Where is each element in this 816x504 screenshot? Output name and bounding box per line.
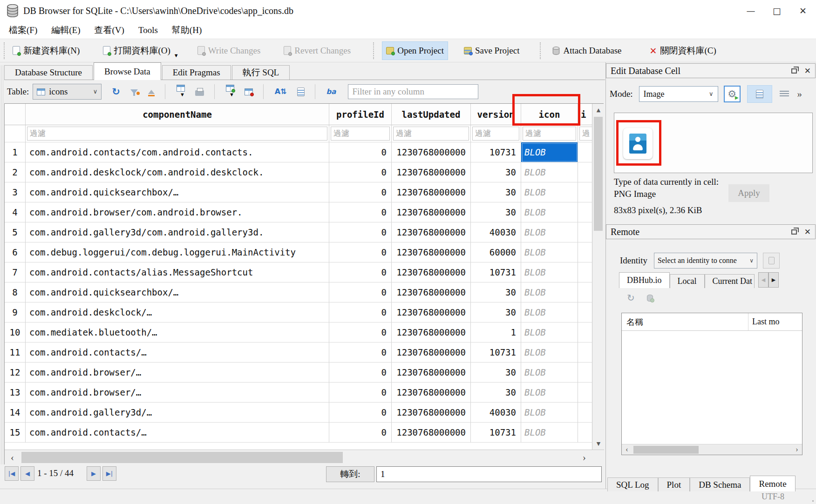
col-header-componentName[interactable]: componentName bbox=[26, 104, 329, 125]
close-panel-icon[interactable]: ✕ bbox=[804, 228, 811, 236]
tab-scroll-right-icon[interactable]: ▶ bbox=[768, 272, 779, 288]
horizontal-scrollbar-thumb[interactable] bbox=[21, 452, 343, 463]
clear-filter-button[interactable] bbox=[148, 90, 155, 94]
remote-scrollbar-thumb[interactable] bbox=[633, 446, 699, 454]
tab-plot[interactable]: Plot bbox=[658, 477, 690, 491]
first-page-button[interactable]: |◀ bbox=[5, 466, 19, 481]
cell-version[interactable]: 30 bbox=[471, 202, 521, 222]
new-database-button[interactable]: 新建資料庫(N) bbox=[9, 41, 83, 60]
cell-version[interactable]: 1 bbox=[471, 323, 521, 343]
attach-database-button[interactable]: Attach Database bbox=[549, 41, 625, 60]
cell-version[interactable]: 30 bbox=[471, 363, 521, 383]
row-number[interactable]: 4 bbox=[5, 202, 26, 222]
cell-componentName[interactable]: com.android.gallery3d/com.android.galler… bbox=[26, 222, 329, 242]
cell-profileId[interactable]: 0 bbox=[329, 423, 392, 443]
tab-scroll-left-icon[interactable]: ◀ bbox=[758, 272, 768, 288]
cell-partial[interactable] bbox=[578, 162, 592, 182]
cell-componentName[interactable]: com.mediatek.bluetooth/… bbox=[26, 323, 329, 343]
apply-button[interactable]: Apply bbox=[728, 184, 769, 202]
cell-partial[interactable] bbox=[578, 282, 592, 302]
cell-componentName[interactable]: com.android.quicksearchbox/… bbox=[26, 282, 329, 302]
cell-profileId[interactable]: 0 bbox=[329, 363, 392, 383]
filter-partial-input[interactable] bbox=[579, 127, 592, 141]
cell-componentName[interactable]: com.android.contacts/… bbox=[26, 423, 329, 443]
revert-changes-button[interactable]: Revert Changes bbox=[280, 41, 354, 60]
cell-lastUpdated[interactable]: 1230768000000 bbox=[392, 282, 471, 302]
cell-profileId[interactable]: 0 bbox=[329, 323, 392, 343]
close-database-button[interactable]: ✕ 關閉資料庫(C) bbox=[646, 41, 720, 60]
save-table-button[interactable]: ▼ bbox=[177, 85, 185, 99]
cell-partial[interactable] bbox=[578, 262, 592, 282]
menu-tools[interactable]: Tools bbox=[131, 21, 165, 39]
scroll-left-icon[interactable]: ‹ bbox=[622, 444, 632, 455]
word-wrap-icon[interactable] bbox=[780, 91, 789, 98]
table-select[interactable]: icons ∨ bbox=[33, 84, 102, 100]
row-number[interactable]: 13 bbox=[5, 383, 26, 403]
maximize-button[interactable]: □ bbox=[764, 1, 790, 20]
scroll-right-icon[interactable]: › bbox=[792, 444, 802, 455]
remote-horizontal-scrollbar[interactable]: ‹ › bbox=[622, 444, 802, 455]
tab-current-database[interactable]: Current Dat bbox=[705, 274, 755, 288]
text-view-button[interactable] bbox=[747, 85, 772, 103]
cell-componentName[interactable]: com.android.browser/… bbox=[26, 383, 329, 403]
cell-lastUpdated[interactable]: 1230768000000 bbox=[392, 242, 471, 262]
cell-icon[interactable]: BLOB bbox=[521, 222, 578, 242]
cell-version[interactable]: 10731 bbox=[471, 262, 521, 282]
cell-partial[interactable] bbox=[578, 202, 592, 222]
cell-icon[interactable]: BLOB bbox=[521, 162, 578, 182]
cell-componentName[interactable]: com.debug.loggerui/com.debug.loggerui.Ma… bbox=[26, 242, 329, 262]
cell-partial[interactable] bbox=[578, 182, 592, 202]
col-header-lastUpdated[interactable]: lastUpdated bbox=[392, 104, 471, 125]
tab-db-schema[interactable]: DB Schema bbox=[690, 477, 750, 491]
cell-version[interactable]: 40030 bbox=[471, 222, 521, 242]
open-database-button[interactable]: 打開資料庫(O) ▼ bbox=[99, 41, 182, 60]
cell-partial[interactable] bbox=[578, 383, 592, 403]
vertical-scrollbar-thumb[interactable] bbox=[594, 117, 603, 231]
cell-icon[interactable]: BLOB bbox=[521, 142, 578, 162]
tab-browse-data[interactable]: Browse Data bbox=[94, 62, 161, 80]
tab-database-structure[interactable]: Database Structure bbox=[4, 65, 93, 80]
row-number[interactable]: 14 bbox=[5, 403, 26, 423]
write-changes-button[interactable]: Write Changes bbox=[194, 41, 265, 60]
filter-any-column-input[interactable] bbox=[348, 84, 478, 99]
cell-lastUpdated[interactable]: 1230768000000 bbox=[392, 142, 471, 162]
float-panel-icon[interactable] bbox=[791, 68, 797, 74]
cell-componentName[interactable]: com.android.quicksearchbox/… bbox=[26, 182, 329, 202]
cell-partial[interactable] bbox=[578, 142, 592, 162]
cell-componentName[interactable]: com.android.deskclock/… bbox=[26, 302, 329, 323]
cell-version[interactable]: 40030 bbox=[471, 403, 521, 423]
cell-version[interactable]: 30 bbox=[471, 383, 521, 403]
cell-profileId[interactable]: 0 bbox=[329, 262, 392, 282]
close-panel-icon[interactable]: ✕ bbox=[804, 67, 811, 75]
cell-version[interactable]: 30 bbox=[471, 302, 521, 323]
tab-execute-sql[interactable]: 執行 SQL bbox=[232, 65, 290, 80]
clone-database-icon[interactable] bbox=[647, 295, 653, 302]
open-project-button[interactable]: Open Project bbox=[382, 41, 448, 60]
tab-edit-pragmas[interactable]: Edit Pragmas bbox=[162, 65, 231, 80]
cell-componentName[interactable]: com.android.deskclock/com.android.deskcl… bbox=[26, 162, 329, 182]
identity-import-button[interactable] bbox=[763, 253, 780, 269]
cell-partial[interactable] bbox=[578, 423, 592, 443]
scroll-right-icon[interactable]: › bbox=[577, 450, 592, 465]
delete-record-button[interactable] bbox=[245, 88, 253, 95]
cell-profileId[interactable]: 0 bbox=[329, 403, 392, 423]
cell-version[interactable]: 30 bbox=[471, 162, 521, 182]
mode-select[interactable]: Image ∨ bbox=[639, 86, 718, 102]
cell-icon[interactable]: BLOB bbox=[521, 323, 578, 343]
filter-icon-input[interactable] bbox=[523, 127, 576, 141]
close-button[interactable]: ✕ bbox=[790, 1, 816, 20]
cell-partial[interactable] bbox=[578, 242, 592, 262]
font-size-button[interactable]: A⇅ bbox=[275, 88, 287, 95]
menu-file[interactable]: 檔案(F) bbox=[2, 21, 44, 39]
open-database-dropdown-arrow[interactable]: ▼ bbox=[174, 53, 179, 58]
row-number[interactable]: 7 bbox=[5, 262, 26, 282]
refresh-icon[interactable]: ↻ bbox=[627, 293, 635, 302]
row-number[interactable]: 10 bbox=[5, 323, 26, 343]
tab-local[interactable]: Local bbox=[670, 274, 705, 288]
menu-help[interactable]: 幫助(H) bbox=[165, 21, 209, 39]
next-page-button[interactable]: ▶ bbox=[87, 466, 101, 481]
last-modified-column-header[interactable]: Last mo bbox=[748, 313, 802, 330]
col-header-profileId[interactable]: profileId bbox=[329, 104, 392, 125]
cell-profileId[interactable]: 0 bbox=[329, 142, 392, 162]
save-project-button[interactable]: Save Project bbox=[460, 41, 524, 60]
